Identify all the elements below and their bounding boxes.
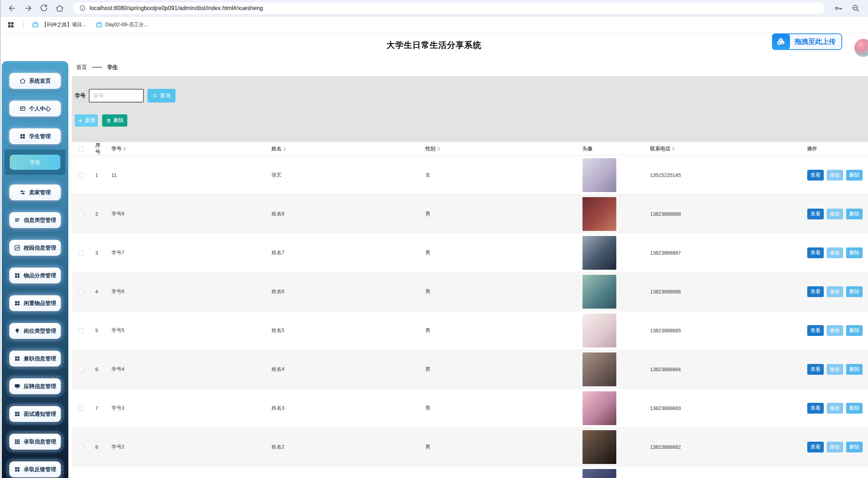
zoom-out-icon[interactable] xyxy=(851,4,860,13)
row-view-button[interactable]: 查看 xyxy=(807,286,824,297)
row-delete-button[interactable]: 删除 xyxy=(846,170,863,181)
list-icon xyxy=(14,217,20,223)
sidebar-item-label: 录取信息管理 xyxy=(24,438,56,445)
sort-caret-icon[interactable] xyxy=(672,147,675,151)
row-view-button[interactable]: 查看 xyxy=(807,364,824,375)
row-checkbox[interactable] xyxy=(78,173,83,178)
row-checkbox[interactable] xyxy=(78,289,83,294)
sidebar-item-2[interactable]: 学生管理 xyxy=(6,126,64,147)
row-edit-button[interactable]: 修改 xyxy=(827,247,843,258)
sidebar-wrap: 系统首页个人中心学生管理学生卖家管理信息类型管理校园信息管理物品分类管理闲置物品… xyxy=(0,58,72,478)
row-view-button[interactable]: 查看 xyxy=(807,403,824,414)
avatar-photo xyxy=(583,158,616,192)
row-delete-button[interactable]: 删除 xyxy=(846,403,863,414)
row-view-button[interactable]: 查看 xyxy=(807,325,824,336)
bookmark-item-1[interactable]: Day02-09-员工分... xyxy=(96,21,148,28)
sidebar-item-label: 岗位类型管理 xyxy=(24,328,56,334)
submenu-item-学生[interactable]: 学生 xyxy=(10,155,60,170)
row-view-button[interactable]: 查看 xyxy=(807,170,824,181)
bookmark-item-0[interactable]: 【码神之路】项目... xyxy=(32,21,86,28)
sidebar-item-label: 闲置物品管理 xyxy=(24,300,56,307)
breadcrumb-home[interactable]: 首页 xyxy=(76,64,87,71)
row-edit-button[interactable]: 修改 xyxy=(827,170,843,181)
row-view-button[interactable]: 查看 xyxy=(807,247,824,258)
column-header-2[interactable]: 学号 xyxy=(102,146,262,152)
query-button[interactable]: 查询 xyxy=(147,89,175,103)
forward-icon[interactable] xyxy=(24,4,32,13)
row-delete-button[interactable]: 删除 xyxy=(846,325,863,336)
row-checkbox[interactable] xyxy=(78,250,83,255)
row-checkbox[interactable] xyxy=(78,328,83,333)
column-header-6[interactable]: 联系电话 xyxy=(641,146,798,152)
cell-gender: 男 xyxy=(416,211,574,217)
sort-caret-icon[interactable] xyxy=(123,147,126,151)
row-delete-button[interactable]: 删除 xyxy=(846,209,863,219)
search-icon xyxy=(152,93,158,99)
row-delete-button[interactable]: 删除 xyxy=(846,364,863,375)
column-label: 性别 xyxy=(425,146,435,152)
row-edit-button[interactable]: 修改 xyxy=(827,403,843,414)
cell-student-id: 学号7 xyxy=(102,250,262,256)
row-checkbox[interactable] xyxy=(78,211,83,217)
row-edit-button[interactable]: 修改 xyxy=(827,286,843,297)
sort-caret-icon[interactable] xyxy=(283,147,286,151)
reload-icon[interactable] xyxy=(40,4,48,13)
info-icon[interactable] xyxy=(79,5,86,12)
row-edit-button[interactable]: 修改 xyxy=(827,325,843,336)
back-icon[interactable] xyxy=(8,4,17,13)
sort-caret-icon[interactable] xyxy=(437,147,440,151)
home-icon[interactable] xyxy=(55,4,64,13)
sidebar-item-12[interactable]: 录取信息管理 xyxy=(6,431,64,452)
sidebar-item-5[interactable]: 校园信息管理 xyxy=(6,237,64,258)
divider xyxy=(23,21,23,29)
add-button[interactable]: 新增 xyxy=(75,114,98,127)
cell-name: 姓名6 xyxy=(262,288,416,295)
url-bar[interactable]: localhost:8080/springbootjre0p091/admin/… xyxy=(73,3,825,14)
table-row: 8学号2姓名2男13823888882查看修改删除 xyxy=(72,428,868,466)
row-delete-button[interactable]: 删除 xyxy=(846,286,863,297)
cell-name: 姓名2 xyxy=(262,444,416,450)
row-edit-button[interactable]: 修改 xyxy=(827,209,843,219)
cell-student-id: 学号2 xyxy=(102,444,262,450)
sidebar-item-3[interactable]: 卖家管理 xyxy=(6,182,64,203)
apps-grid-icon[interactable] xyxy=(7,21,14,28)
table-row: 5学号5姓名5男13823888885查看修改删除 xyxy=(72,311,868,350)
sidebar-item-9[interactable]: 兼职信息管理 xyxy=(6,348,64,369)
row-delete-button[interactable]: 删除 xyxy=(846,247,863,258)
sidebar-item-8[interactable]: 岗位类型管理 xyxy=(6,320,64,341)
sidebar-item-0[interactable]: 系统首页 xyxy=(6,70,64,91)
url-text: localhost:8080/springbootjre0p091/admin/… xyxy=(90,5,263,12)
column-header-4[interactable]: 性别 xyxy=(416,146,574,152)
column-label: 操作 xyxy=(807,146,817,152)
column-label: 姓名 xyxy=(271,146,282,152)
cell-student-id: 学号6 xyxy=(102,288,262,295)
sidebar-item-10[interactable]: 应聘信息管理 xyxy=(6,376,64,397)
row-edit-button[interactable]: 修改 xyxy=(827,442,843,452)
sidebar-item-6[interactable]: 物品分类管理 xyxy=(6,265,64,286)
monitor-icon xyxy=(14,383,20,390)
row-checkbox[interactable] xyxy=(78,406,83,411)
avatar-photo xyxy=(583,236,616,270)
row-checkbox[interactable] xyxy=(78,367,83,372)
sidebar-item-13[interactable]: 录取反馈管理 xyxy=(6,459,64,478)
select-all-checkbox[interactable] xyxy=(78,146,83,151)
sidebar-item-1[interactable]: 个人中心 xyxy=(6,98,64,119)
column-label: 序号 xyxy=(95,142,102,155)
grid9-icon xyxy=(14,438,20,445)
row-view-button[interactable]: 查看 xyxy=(807,442,824,452)
sidebar-item-11[interactable]: 面试通知管理 xyxy=(6,404,64,424)
row-delete-button[interactable]: 删除 xyxy=(846,442,863,452)
password-key-icon[interactable] xyxy=(834,4,843,13)
sidebar-item-7[interactable]: 闲置物品管理 xyxy=(6,293,64,314)
upload-dropzone[interactable]: 拖拽至此上传 xyxy=(772,33,842,50)
row-view-button[interactable]: 查看 xyxy=(807,209,824,219)
browser-profile-avatar[interactable] xyxy=(854,39,868,57)
cell-student-id: 11 xyxy=(102,172,262,178)
sidebar-menu: 系统首页个人中心学生管理学生卖家管理信息类型管理校园信息管理物品分类管理闲置物品… xyxy=(2,70,68,478)
delete-button[interactable]: 删除 xyxy=(102,114,127,127)
sidebar-item-4[interactable]: 信息类型管理 xyxy=(6,210,64,231)
column-header-3[interactable]: 姓名 xyxy=(262,146,416,152)
row-edit-button[interactable]: 修改 xyxy=(827,364,843,375)
student-id-input[interactable] xyxy=(89,89,144,103)
row-checkbox[interactable] xyxy=(78,445,83,450)
